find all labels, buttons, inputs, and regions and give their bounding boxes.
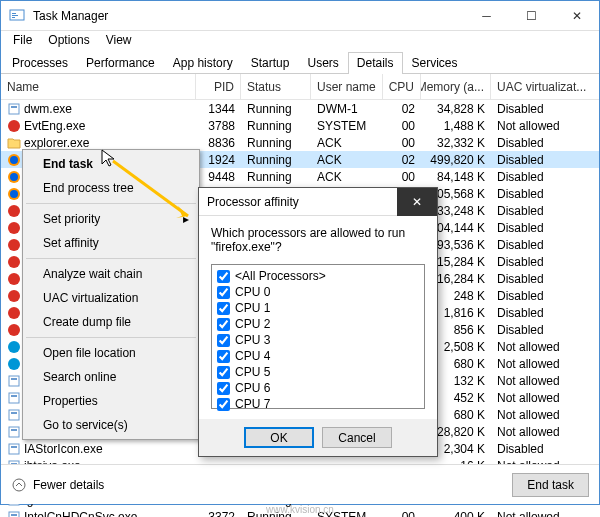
processor-affinity-dialog: Processor affinity ✕ Which processors ar… — [198, 187, 438, 457]
svg-point-17 — [8, 273, 20, 285]
process-row[interactable]: EvtEng.exe3788RunningSYSTEM001,488 KNot … — [1, 117, 599, 134]
process-user: ACK — [311, 168, 383, 185]
process-uac: Not allowed — [491, 338, 589, 355]
cpu-checkbox[interactable] — [217, 398, 230, 411]
ctx-end-process-tree[interactable]: End process tree — [25, 176, 197, 200]
svg-point-22 — [8, 358, 20, 370]
end-task-button[interactable]: End task — [512, 473, 589, 497]
process-row[interactable]: dwm.exe1344RunningDWM-10234,828 KDisable… — [1, 100, 599, 117]
ctx-uac-virtualization[interactable]: UAC virtualization — [25, 286, 197, 310]
process-user: DWM-1 — [311, 100, 383, 117]
minimize-button[interactable]: ─ — [464, 1, 509, 31]
ctx-create-dump-file[interactable]: Create dump file — [25, 310, 197, 334]
svg-point-18 — [8, 290, 20, 302]
cpu-checkbox[interactable] — [217, 366, 230, 379]
menu-file[interactable]: File — [5, 31, 40, 51]
cpu-checkbox[interactable] — [217, 382, 230, 395]
ctx-search-online[interactable]: Search online — [25, 365, 197, 389]
svg-point-15 — [8, 239, 20, 251]
cpu-option[interactable]: CPU 0 — [215, 284, 421, 300]
cpu-label: CPU 2 — [235, 317, 270, 331]
svg-rect-24 — [11, 378, 17, 380]
tab-app-history[interactable]: App history — [164, 52, 242, 74]
cpu-option[interactable]: CPU 5 — [215, 364, 421, 380]
cpu-checkbox[interactable] — [217, 302, 230, 315]
process-name: dwm.exe — [24, 102, 72, 116]
svg-rect-30 — [11, 429, 17, 431]
process-pid: 8836 — [196, 134, 241, 151]
cpu-label: CPU 4 — [235, 349, 270, 363]
fewer-details-button[interactable]: Fewer details — [11, 477, 104, 493]
cpu-checkbox[interactable] — [217, 334, 230, 347]
process-uac: Disabled — [491, 270, 589, 287]
window-title: Task Manager — [33, 9, 464, 23]
cpu-checkbox[interactable] — [217, 318, 230, 331]
process-memory: 499,820 K — [421, 151, 491, 168]
process-cpu: 00 — [383, 168, 421, 185]
cpu-option[interactable]: CPU 7 — [215, 396, 421, 412]
svg-point-10 — [10, 173, 18, 181]
cpu-option[interactable]: <All Processors> — [215, 268, 421, 284]
cpu-label: <All Processors> — [235, 269, 326, 283]
column-header[interactable]: Name — [1, 74, 196, 99]
footer: Fewer details End task — [1, 464, 599, 504]
svg-rect-28 — [11, 412, 17, 414]
cpu-checkbox[interactable] — [217, 350, 230, 363]
process-uac: Disabled — [491, 202, 589, 219]
cpu-option[interactable]: CPU 4 — [215, 348, 421, 364]
process-status: Running — [241, 168, 311, 185]
close-button[interactable]: ✕ — [554, 1, 599, 31]
column-header[interactable]: CPU — [383, 74, 421, 99]
column-header[interactable]: PID — [196, 74, 241, 99]
column-header[interactable]: User name — [311, 74, 383, 99]
dialog-close-button[interactable]: ✕ — [397, 188, 437, 216]
ctx-set-affinity[interactable]: Set affinity — [25, 231, 197, 255]
ctx-set-priority[interactable]: Set priority▸ — [25, 207, 197, 231]
ctx-go-to-service-s-[interactable]: Go to service(s) — [25, 413, 197, 437]
cpu-option[interactable]: CPU 3 — [215, 332, 421, 348]
cpu-checkbox[interactable] — [217, 270, 230, 283]
menubar: FileOptionsView — [1, 31, 599, 51]
cpu-label: CPU 1 — [235, 301, 270, 315]
cpu-option[interactable]: CPU 1 — [215, 300, 421, 316]
svg-rect-23 — [9, 376, 19, 386]
column-header[interactable]: Memory (a... — [421, 74, 491, 99]
cpu-checkbox[interactable] — [217, 286, 230, 299]
svg-rect-31 — [9, 444, 19, 454]
process-uac: Disabled — [491, 134, 589, 151]
svg-rect-3 — [12, 17, 15, 18]
submenu-arrow-icon: ▸ — [183, 212, 189, 226]
ctx-end-task[interactable]: End task — [25, 152, 197, 176]
process-user: ACK — [311, 151, 383, 168]
cpu-label: CPU 3 — [235, 333, 270, 347]
menu-view[interactable]: View — [98, 31, 140, 51]
tab-services[interactable]: Services — [403, 52, 467, 74]
column-header[interactable]: UAC virtualizat... — [491, 74, 589, 99]
maximize-button[interactable]: ☐ — [509, 1, 554, 31]
tab-details[interactable]: Details — [348, 52, 403, 74]
separator — [26, 258, 196, 259]
process-cpu: 00 — [383, 508, 421, 517]
ctx-open-file-location[interactable]: Open file location — [25, 341, 197, 365]
cpu-option[interactable]: CPU 2 — [215, 316, 421, 332]
menu-options[interactable]: Options — [40, 31, 97, 51]
svg-point-16 — [8, 256, 20, 268]
process-uac: Not allowed — [491, 372, 589, 389]
process-status: Running — [241, 134, 311, 151]
process-name: EvtEng.exe — [24, 119, 85, 133]
tab-performance[interactable]: Performance — [77, 52, 164, 74]
cpu-option[interactable]: CPU 6 — [215, 380, 421, 396]
ok-button[interactable]: OK — [244, 427, 314, 448]
svg-point-21 — [8, 341, 20, 353]
column-header[interactable]: Status — [241, 74, 311, 99]
svg-point-13 — [8, 205, 20, 217]
tab-processes[interactable]: Processes — [3, 52, 77, 74]
process-cpu: 02 — [383, 100, 421, 117]
tab-users[interactable]: Users — [298, 52, 347, 74]
ctx-analyze-wait-chain[interactable]: Analyze wait chain — [25, 262, 197, 286]
tab-startup[interactable]: Startup — [242, 52, 299, 74]
svg-rect-1 — [12, 13, 16, 14]
svg-point-6 — [8, 120, 20, 132]
ctx-properties[interactable]: Properties — [25, 389, 197, 413]
cancel-button[interactable]: Cancel — [322, 427, 392, 448]
